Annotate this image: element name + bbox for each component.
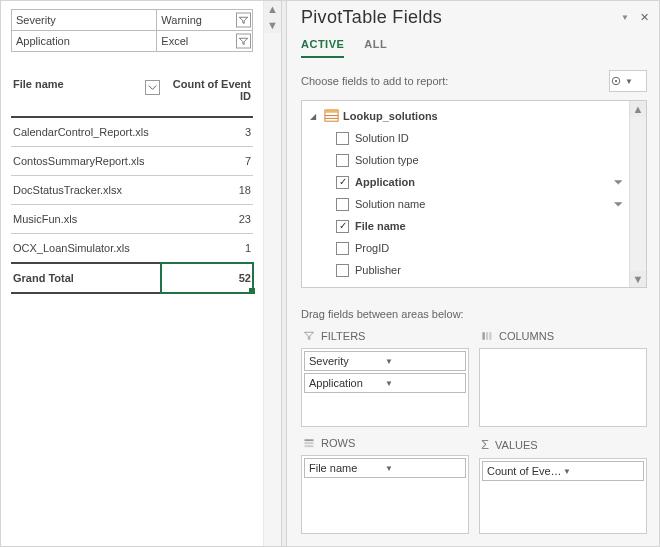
row-value: 3 [161,117,253,147]
svg-rect-11 [305,445,314,447]
field-item[interactable]: Publisher [302,259,629,281]
chevron-down-icon: ▼ [625,77,646,86]
row-value: 18 [161,176,253,205]
table-row[interactable]: ContosSummaryReport.xls7 [11,147,253,176]
excel-pivot-window: Severity Warning Application Excel [0,0,660,547]
chevron-down-icon[interactable]: ▼ [385,464,461,473]
pane-dropdown-icon[interactable]: ▼ [621,13,629,22]
filter-label-application: Application [12,31,157,52]
chevron-down-icon[interactable]: ▼ [563,467,639,476]
rows-area[interactable]: ROWS File name▼ [301,435,469,534]
close-icon[interactable]: ✕ [637,11,651,25]
field-item[interactable]: Solution ID [302,127,629,149]
table-icon [324,110,339,123]
svg-point-1 [615,80,617,82]
checkbox[interactable] [336,220,349,233]
checkbox[interactable] [336,176,349,189]
table-name: Lookup_solutions [343,110,625,122]
row-value: 23 [161,205,253,234]
vertical-scrollbar[interactable]: ▲ ▼ [263,1,281,546]
filter-icon: ⏷ [613,176,625,188]
scroll-up-icon[interactable]: ▲ [264,1,281,17]
worksheet-area[interactable]: Severity Warning Application Excel [1,1,281,546]
value-header[interactable]: Count of Event ID [161,74,253,117]
pane-title: PivotTable Fields [301,7,621,28]
svg-rect-10 [305,442,314,444]
area-title: VALUES [495,439,538,451]
row-header-label: File name [13,78,64,90]
filter-icon: ⏷ [613,198,625,210]
row-value: 7 [161,147,253,176]
grand-total-row[interactable]: Grand Total 52 [11,263,253,293]
row-name: DocStatusTracker.xlsx [11,176,161,205]
field-label: File name [355,220,625,232]
table-node[interactable]: ◢ Lookup_solutions [302,105,629,127]
chevron-down-icon[interactable]: ▼ [385,379,461,388]
row-name: CalendarControl_Report.xls [11,117,161,147]
field-chip[interactable]: Count of Event ID▼ [482,461,644,481]
drag-hint: Drag fields between areas below: [287,298,659,328]
scroll-up-icon[interactable]: ▲ [630,101,646,117]
table-row[interactable]: DocStatusTracker.xlsx18 [11,176,253,205]
field-label: Solution name [355,198,609,210]
table-row[interactable]: OCX_LoanSimulator.xls1 [11,234,253,264]
filter-text: Excel [161,35,188,47]
sigma-icon: Σ [481,437,489,452]
area-title: FILTERS [321,330,365,342]
chip-label: Count of Event ID [487,465,563,477]
values-area[interactable]: Σ VALUES Count of Event ID▼ [479,435,647,534]
report-filter-table: Severity Warning Application Excel [11,9,253,52]
filters-area[interactable]: FILTERS Severity▼ Application▼ [301,328,469,427]
table-row[interactable]: CalendarControl_Report.xls3 [11,117,253,147]
table-row[interactable]: MusicFun.xls23 [11,205,253,234]
grand-total-value[interactable]: 52 [161,263,253,293]
row-name: ContosSummaryReport.xls [11,147,161,176]
filter-dropdown-icon[interactable] [236,13,251,28]
field-label: Solution type [355,154,625,166]
pivot-table: File name Count of Event ID CalendarCont… [11,74,253,294]
filter-label-severity: Severity [12,10,157,31]
field-chip[interactable]: Application▼ [304,373,466,393]
pivot-fields-pane: PivotTable Fields ▼ ✕ ACTIVE ALL Choose … [287,1,659,546]
columns-area[interactable]: COLUMNS [479,328,647,427]
row-name: OCX_LoanSimulator.xls [11,234,161,264]
field-item[interactable]: Application⏷ [302,171,629,193]
row-dropdown-icon[interactable] [145,80,160,95]
pane-tabs: ACTIVE ALL [287,30,659,58]
filter-dropdown-icon[interactable] [236,34,251,49]
scroll-down-icon[interactable]: ▼ [264,17,281,33]
rows-icon [303,437,315,449]
field-label: ProgID [355,242,625,254]
filter-value-application[interactable]: Excel [157,31,253,52]
field-list-scrollbar[interactable]: ▲ ▼ [629,101,646,287]
svg-rect-7 [486,332,488,340]
field-item[interactable]: Solution name⏷ [302,193,629,215]
field-chip[interactable]: Severity▼ [304,351,466,371]
tools-button[interactable]: ▼ [609,70,647,92]
checkbox[interactable] [336,132,349,145]
tab-active[interactable]: ACTIVE [301,34,344,58]
checkbox[interactable] [336,198,349,211]
tab-all[interactable]: ALL [364,34,387,58]
checkbox[interactable] [336,264,349,277]
scroll-down-icon[interactable]: ▼ [630,271,646,287]
field-item[interactable]: ProgID [302,237,629,259]
drop-areas: FILTERS Severity▼ Application▼ COLUMNS R… [287,328,659,546]
svg-rect-8 [489,332,491,340]
filter-value-severity[interactable]: Warning [157,10,253,31]
field-chip[interactable]: File name▼ [304,458,466,478]
grand-total-label: Grand Total [11,263,161,293]
field-label: Solution ID [355,132,625,144]
field-label: Application [355,176,609,188]
funnel-icon [303,330,315,342]
field-item[interactable]: File name [302,215,629,237]
field-item[interactable]: Solution type [302,149,629,171]
checkbox[interactable] [336,242,349,255]
chevron-down-icon[interactable]: ▼ [385,357,461,366]
checkbox[interactable] [336,154,349,167]
field-list-box: ◢ Lookup_solutions Solution ID Solution … [301,100,647,288]
chip-label: Severity [309,355,385,367]
row-header[interactable]: File name [11,74,161,117]
collapse-icon[interactable]: ◢ [310,112,320,121]
choose-fields-label: Choose fields to add to report: [301,75,609,87]
